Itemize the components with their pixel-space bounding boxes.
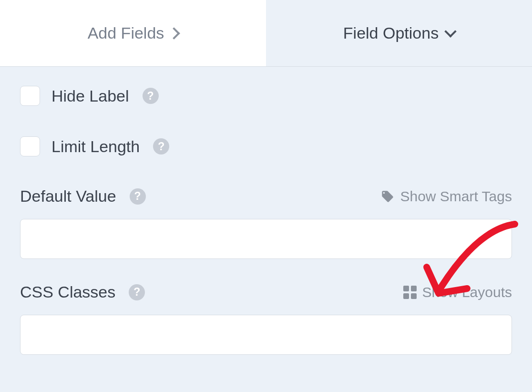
css-classes-section: CSS Classes ? Show Layouts — [20, 283, 512, 355]
show-smart-tags-link[interactable]: Show Smart Tags — [381, 188, 512, 205]
help-icon[interactable]: ? — [130, 188, 146, 205]
field-options-panel: Hide Label ? Limit Length ? Default Valu… — [0, 67, 532, 388]
css-classes-label: CSS Classes — [20, 283, 115, 301]
tab-add-fields[interactable]: Add Fields — [0, 0, 266, 66]
show-layouts-text: Show Layouts — [422, 284, 512, 300]
css-classes-header: CSS Classes ? Show Layouts — [20, 283, 512, 301]
default-value-header: Default Value ? Show Smart Tags — [20, 187, 512, 206]
css-classes-label-group: CSS Classes ? — [20, 283, 145, 301]
tab-field-options[interactable]: Field Options — [266, 0, 532, 66]
default-value-section: Default Value ? Show Smart Tags — [20, 187, 512, 259]
tabs-container: Add Fields Field Options — [0, 0, 532, 67]
show-smart-tags-text: Show Smart Tags — [400, 188, 512, 205]
css-classes-input[interactable] — [20, 315, 512, 355]
help-icon[interactable]: ? — [129, 284, 145, 300]
tab-add-fields-label: Add Fields — [88, 24, 164, 42]
hide-label-checkbox[interactable] — [20, 86, 40, 106]
default-value-input[interactable] — [20, 219, 512, 259]
chevron-down-icon — [444, 25, 456, 37]
tags-icon — [381, 190, 394, 203]
limit-length-row: Limit Length ? — [20, 136, 512, 156]
help-icon[interactable]: ? — [143, 88, 159, 104]
hide-label-text: Hide Label — [51, 87, 129, 105]
show-layouts-link[interactable]: Show Layouts — [403, 284, 512, 300]
tab-field-options-label: Field Options — [343, 24, 439, 42]
default-value-label-group: Default Value ? — [20, 187, 146, 206]
default-value-label: Default Value — [20, 187, 116, 206]
grid-icon — [403, 286, 417, 299]
chevron-right-icon — [168, 27, 180, 39]
help-icon[interactable]: ? — [153, 138, 169, 155]
limit-length-checkbox[interactable] — [20, 136, 40, 156]
hide-label-row: Hide Label ? — [20, 86, 512, 106]
limit-length-text: Limit Length — [51, 137, 140, 156]
